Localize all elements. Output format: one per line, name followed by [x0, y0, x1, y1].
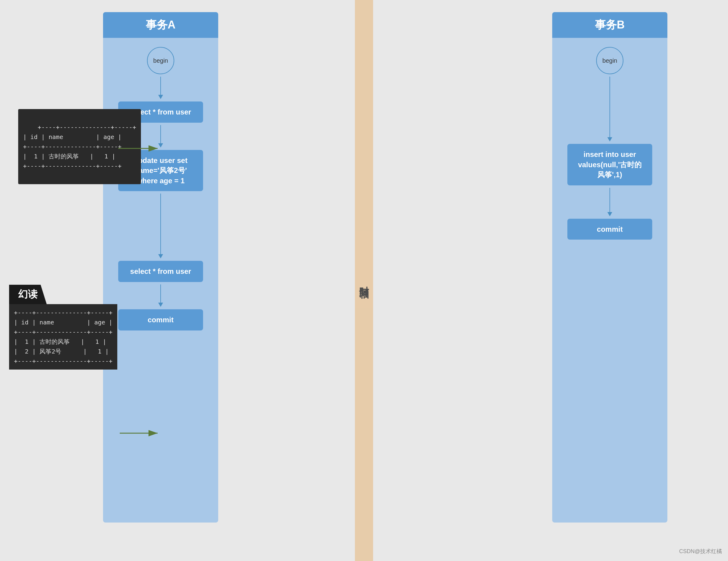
- phantom-title: 幻读: [9, 285, 47, 304]
- transaction-a-select2: select * from user: [118, 261, 203, 282]
- transaction-a-commit: commit: [118, 309, 203, 330]
- transaction-b-header: 事务B: [552, 12, 667, 38]
- transaction-b-commit: commit: [567, 219, 652, 240]
- arrow-2: [158, 125, 163, 148]
- transaction-a-header: 事务A: [103, 12, 218, 38]
- transaction-a: 事务A begin select * from user update u: [103, 12, 218, 523]
- transaction-b-body: begin insert into user values(null,'古时的风…: [552, 38, 667, 523]
- time-axis-label: 时间轴: [357, 279, 371, 282]
- time-axis: 时间轴: [355, 0, 373, 561]
- transaction-b-insert: insert into user values(null,'古时的风筝',1): [567, 144, 652, 185]
- transaction-b: 事务B begin insert into user values(null,'…: [552, 12, 667, 523]
- transaction-a-begin: begin: [147, 47, 174, 74]
- arrow-1: [158, 77, 163, 99]
- main-container: 时间轴 事务A begin select *: [0, 0, 728, 561]
- arrow-b-2: [607, 188, 612, 216]
- arrow-4: [158, 284, 163, 307]
- transaction-b-begin: begin: [596, 47, 623, 74]
- phantom-section: 幻读 +----+--------------+-----+ | id | na…: [9, 285, 117, 369]
- result-table-1: +----+--------------+-----+ | id | name …: [18, 109, 141, 184]
- arrow-3: [158, 194, 163, 259]
- phantom-table: +----+--------------+-----+ | id | name …: [9, 304, 117, 369]
- arrow-b-1: [607, 77, 612, 142]
- watermark: CSDN@技术红橘: [679, 548, 722, 555]
